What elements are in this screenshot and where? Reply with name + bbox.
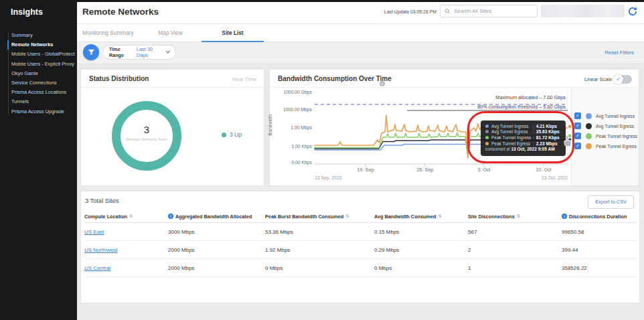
cell-duration: 399.44 bbox=[562, 247, 638, 253]
series-color-dot bbox=[586, 113, 592, 119]
up-status-label: 3 Up bbox=[230, 131, 242, 138]
sidebar-item-service-connections[interactable]: Service Connections bbox=[11, 78, 76, 88]
status-distribution-panel: Status Distribution Real Time 3 Remote N… bbox=[80, 69, 264, 186]
cursor-icon bbox=[562, 135, 574, 151]
table-row: US East 3000 Mbps 53.36 Mbps 0.15 Mbps 5… bbox=[84, 223, 638, 241]
reset-filters-link[interactable]: Reset Filters bbox=[605, 50, 634, 56]
y-axis-tick: 0.00 Kbps bbox=[272, 160, 312, 165]
tooltip-footer: consumed at 13 Oct, 2022 9:05 AM bbox=[485, 147, 561, 151]
legend-item-peak-tunnel-ingress[interactable]: ✓ Peak Tunnel Ingress bbox=[574, 133, 637, 139]
x-axis-tick: 10. Oct bbox=[527, 167, 560, 173]
tooltip-separator: : bbox=[533, 129, 534, 134]
tooltip-value: 81.72 Kbps bbox=[536, 135, 560, 140]
info-icon[interactable]: i bbox=[168, 214, 173, 219]
cell-allocated: 3000 Mbps bbox=[168, 229, 265, 235]
tooltip-footer-date: 13 Oct, 2022 9:05 AM bbox=[511, 147, 554, 151]
tab-site-list[interactable]: Site List bbox=[202, 24, 264, 42]
x-axis-start-date: 13 Sep, 2022 bbox=[315, 175, 341, 180]
column-header-aggregated-bandwidth[interactable]: iAggregated Bandwidth Allocated bbox=[168, 214, 265, 220]
tooltip-label: Peak Tunnel Ingress bbox=[491, 135, 533, 140]
status-count: 3 bbox=[112, 124, 181, 135]
x-axis-tick: 3. Oct bbox=[467, 167, 501, 173]
tabs-bar: Monitoring Summary Map View Site List bbox=[77, 24, 644, 42]
sidebar-item-prisma-access-upgrade[interactable]: Prisma Access Upgrade bbox=[11, 107, 76, 116]
checkbox-icon[interactable]: ✓ bbox=[574, 133, 581, 139]
up-status-dot bbox=[222, 133, 226, 137]
y-axis-tick: 1000.00 Gbps bbox=[272, 90, 312, 94]
filter-button[interactable] bbox=[83, 44, 99, 60]
series-color-dot bbox=[485, 142, 489, 145]
cell-allocated: 2000 Mbps bbox=[168, 265, 265, 271]
tooltip-value: 2.23 Mbps bbox=[536, 141, 558, 146]
series-color-dot bbox=[485, 125, 489, 128]
cell-duration: 99650.58 bbox=[562, 229, 638, 235]
tooltip-label: Avg Tunnel Egress bbox=[491, 129, 533, 134]
table-row: US Northwest 2000 Mbps 1.92 Mbps 0.29 Mb… bbox=[84, 241, 638, 259]
info-icon[interactable]: i bbox=[380, 76, 385, 88]
site-link[interactable]: US Northwest bbox=[84, 247, 168, 253]
column-header-compute-location[interactable]: Compute Location⇅ bbox=[84, 214, 168, 220]
x-axis-end-date: 13 Oct, 2022 bbox=[542, 175, 568, 180]
cell-disconnections: 2 bbox=[468, 247, 562, 253]
sort-icon[interactable]: ⇅ bbox=[517, 214, 520, 219]
tooltip-row: Peak Tunnel Egress : 2.23 Mbps bbox=[485, 141, 561, 147]
series-color-dot bbox=[485, 130, 489, 133]
cell-avg: 0.15 Mbps bbox=[374, 229, 468, 235]
status-count-label: Remote Network Sites bbox=[105, 137, 188, 141]
tooltip-value: 35.63 Kbps bbox=[536, 129, 560, 134]
cell-peak: 0 Mbps bbox=[265, 265, 374, 271]
sort-icon[interactable]: ⇅ bbox=[438, 214, 442, 219]
sidebar-item-summary[interactable]: Summary bbox=[11, 31, 76, 40]
time-range-dropdown[interactable]: Time Range Last 30 Days bbox=[102, 45, 176, 60]
sort-icon[interactable]: ⇅ bbox=[345, 214, 349, 219]
blurred-tenant-selector[interactable] bbox=[541, 5, 625, 17]
tooltip-row: Avg Tunnel Egress : 35.63 Kbps bbox=[485, 129, 561, 135]
tooltip-separator: : bbox=[533, 141, 534, 146]
cell-avg: 0.29 Mbps bbox=[374, 247, 468, 253]
legend-label: Avg Tunnel Ingress bbox=[596, 114, 635, 118]
site-link[interactable]: US Central bbox=[84, 265, 168, 271]
site-link[interactable]: US East bbox=[84, 229, 168, 235]
info-icon[interactable]: i bbox=[562, 214, 567, 219]
sidebar-item-tunnels[interactable]: Tunnels bbox=[11, 97, 76, 106]
status-legend-item[interactable]: 3 Up bbox=[222, 131, 242, 138]
column-header-site-disconnections[interactable]: Site Disconnections⇅ bbox=[468, 214, 562, 220]
legend-item-avg-tunnel-ingress[interactable]: ✓ Avg Tunnel Ingress bbox=[574, 112, 635, 119]
legend-label: Avg Tunnel Egress bbox=[596, 124, 634, 129]
tooltip-row: Peak Tunnel Ingress : 81.72 Kbps bbox=[485, 135, 561, 141]
checkbox-icon[interactable]: ✓ bbox=[574, 112, 581, 119]
refresh-icon[interactable] bbox=[627, 6, 638, 17]
tab-monitoring-summary[interactable]: Monitoring Summary bbox=[77, 24, 139, 42]
legend-item-avg-tunnel-egress[interactable]: ✓ Avg Tunnel Egress bbox=[574, 123, 634, 129]
sidebar-item-okyo-garde[interactable]: Okyo Garde bbox=[11, 69, 76, 78]
time-range-label: Time Range bbox=[109, 46, 131, 58]
column-header-avg-bandwidth[interactable]: Avg Bandwidth Consumed⇅ bbox=[374, 214, 468, 220]
tooltip-footer-prefix: consumed at bbox=[485, 147, 511, 151]
y-axis-label: Bandwidth bbox=[268, 114, 272, 136]
total-sites-label: 3 Total Sites bbox=[85, 197, 118, 204]
y-axis-tick: 1000.00 Mbps bbox=[272, 107, 312, 112]
export-csv-button[interactable]: Export to CSV bbox=[588, 195, 634, 209]
column-header-disconnections-duration[interactable]: iDisconnections Duration bbox=[562, 214, 638, 220]
series-color-dot bbox=[586, 133, 592, 139]
legend-item-peak-tunnel-egress[interactable]: ✓ Peak Tunnel Egress bbox=[574, 143, 637, 149]
cell-disconnections: 567 bbox=[468, 229, 562, 235]
sort-icon[interactable]: ⇅ bbox=[129, 214, 133, 219]
sidebar-item-mobile-users-globalprotect[interactable]: Mobile Users - GlobalProtect bbox=[11, 50, 76, 59]
checkbox-icon[interactable]: ✓ bbox=[574, 143, 581, 149]
table-header-row: Compute Location⇅ iAggregated Bandwidth … bbox=[84, 210, 638, 223]
sidebar-item-remote-networks[interactable]: Remote Networks bbox=[11, 40, 76, 50]
checkbox-icon[interactable]: ✓ bbox=[574, 123, 581, 129]
column-header-peak-burst[interactable]: Peak Burst Bandwidth Consumed⇅ bbox=[265, 214, 374, 220]
search-input[interactable] bbox=[454, 8, 533, 14]
sidebar-item-prisma-access-locations[interactable]: Prisma Access Locations bbox=[11, 88, 76, 97]
linear-scale-toggle[interactable]: ✓ bbox=[614, 75, 632, 84]
sidebar-item-mobile-users-explicit-proxy[interactable]: Mobile Users - Explicit Proxy bbox=[11, 60, 76, 69]
search-box[interactable] bbox=[440, 5, 538, 17]
bandwidth-panel-header: Bandwidth Consumption Over Time i Linear… bbox=[270, 70, 639, 88]
tab-map-view[interactable]: Map View bbox=[139, 24, 202, 42]
cell-peak: 1.92 Mbps bbox=[265, 247, 374, 253]
legend-label: Peak Tunnel Egress bbox=[596, 144, 637, 149]
series-color-dot bbox=[586, 123, 592, 129]
tooltip-separator: : bbox=[533, 135, 534, 140]
